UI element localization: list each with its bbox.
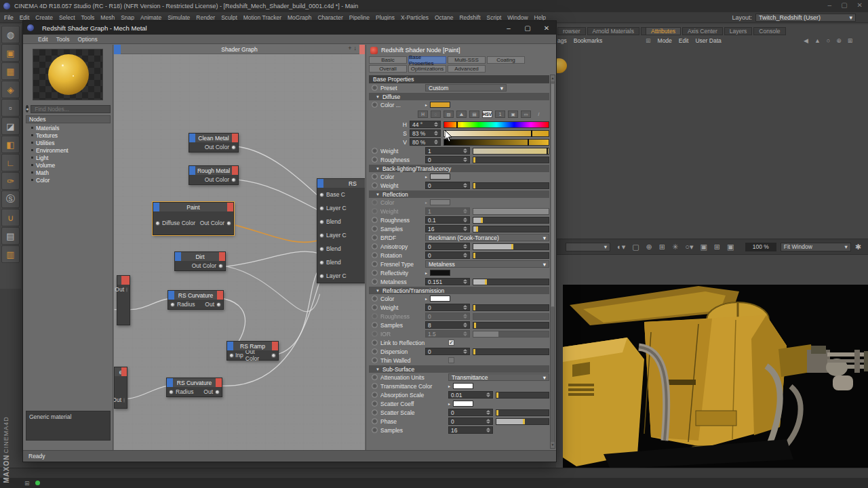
shader-menu-item[interactable]: Tools: [56, 36, 70, 43]
diffuse-roughness-value[interactable]: 0: [425, 156, 470, 163]
node-rs-curvature-1[interactable]: RS Curvature Radius Out: [167, 290, 224, 310]
backlight-weight-slider[interactable]: [473, 182, 549, 189]
magnet-icon[interactable]: ∪: [1, 209, 20, 226]
node-graph-canvas[interactable]: Shader Graph + ↓ Clean Metal Out Color R…: [114, 45, 365, 450]
node-category-item[interactable]: Textures: [26, 131, 111, 139]
grid-icon[interactable]: ⊞: [24, 480, 30, 487]
app-menu-item[interactable]: Render: [196, 14, 215, 21]
refraction-samples-value[interactable]: 8: [425, 321, 470, 329]
shader-window-titlebar[interactable]: Redshift Shader Graph - Mech Metal – ▢ ✕: [23, 21, 556, 35]
node-category-item[interactable]: Volume: [26, 161, 111, 169]
connection-dot[interactable]: [372, 174, 378, 180]
expand-icon[interactable]: ▸: [448, 384, 450, 388]
output-port[interactable]: [123, 398, 125, 403]
texture-mode-icon[interactable]: ▦: [1, 62, 20, 80]
browser-tab[interactable]: Arnold Materials: [587, 27, 639, 35]
phase-value[interactable]: 0: [448, 418, 493, 425]
connection-dot[interactable]: [372, 270, 378, 276]
tab-advanced[interactable]: Advanced: [448, 65, 486, 73]
node-partial-left-1[interactable]: Out: [117, 275, 130, 325]
anisotropy-slider[interactable]: [473, 243, 549, 250]
refraction-weight-value[interactable]: 0: [425, 304, 470, 311]
connection-dot[interactable]: [372, 357, 378, 363]
brightness-slider[interactable]: [443, 139, 549, 146]
compare-icon[interactable]: ▣: [700, 243, 707, 251]
scatter-scale-value[interactable]: 0: [448, 409, 493, 416]
section-diffuse[interactable]: ▼Diffuse: [369, 93, 549, 100]
app-menu-item[interactable]: Motion Tracker: [243, 14, 281, 21]
viewport-nav-icon[interactable]: ✑: [1, 172, 20, 190]
world-mode-icon[interactable]: ◍: [1, 26, 20, 43]
saturation-value[interactable]: 83 %: [410, 129, 441, 137]
wheel-icon[interactable]: ◌: [431, 110, 441, 118]
connection-dot[interactable]: [372, 304, 378, 310]
window-close-button[interactable]: ✕: [537, 24, 556, 32]
render-viewport[interactable]: [563, 285, 868, 472]
region-icon[interactable]: ○▾: [685, 243, 693, 251]
node-rs-ramp[interactable]: RS Ramp Inp Out Color: [226, 341, 279, 361]
connection-dot[interactable]: [372, 182, 378, 188]
expand-icon[interactable]: ⊞: [848, 37, 853, 44]
reflection-roughness-value[interactable]: 0.1: [425, 216, 470, 224]
node-category-item[interactable]: Materials: [26, 124, 111, 131]
connection-dot[interactable]: [372, 392, 378, 398]
reflection-roughness-slider[interactable]: [473, 217, 549, 224]
app-menu-item[interactable]: Window: [507, 14, 528, 21]
backlight-weight-value[interactable]: 0: [425, 182, 470, 189]
connection-dot[interactable]: [372, 243, 378, 249]
diffuse-weight-slider[interactable]: [473, 148, 549, 155]
backlight-color-swatch[interactable]: [430, 174, 450, 180]
absorption-scale-value[interactable]: 0.01: [448, 391, 493, 399]
properties-scrollbar[interactable]: ▲ ▼: [550, 75, 555, 449]
shader-menu-item[interactable]: Options: [78, 36, 98, 43]
find-nodes-input[interactable]: [31, 105, 111, 113]
connection-dot[interactable]: [372, 261, 378, 267]
node-category-item[interactable]: Environment: [26, 146, 111, 154]
input-port[interactable]: [319, 247, 324, 251]
render-settings-gear-icon[interactable]: ✱: [855, 243, 861, 251]
node-paint[interactable]: Paint Diffuse Color Out Color: [153, 202, 234, 235]
scroll-down-icon[interactable]: ▼: [551, 442, 555, 448]
up-icon[interactable]: ▲: [814, 37, 821, 44]
expand-icon[interactable]: ▸: [425, 174, 427, 179]
window-minimize-button[interactable]: –: [499, 24, 518, 32]
connection-dot[interactable]: [372, 383, 378, 389]
reflection-samples-value[interactable]: 16: [425, 225, 470, 232]
connection-dot[interactable]: [372, 252, 378, 258]
app-menu-item[interactable]: Pipeline: [349, 14, 370, 21]
connection-dot[interactable]: [372, 148, 378, 154]
grid-icon[interactable]: ⊞: [646, 37, 651, 44]
screen-icon[interactable]: ▭: [521, 110, 531, 118]
hue-value[interactable]: 44 °: [410, 121, 441, 128]
output-port[interactable]: [218, 264, 223, 268]
lock-icon[interactable]: ⊕: [836, 37, 842, 44]
scatter-scale-slider[interactable]: [496, 409, 549, 416]
output-port[interactable]: [226, 221, 231, 226]
input-port[interactable]: [319, 206, 324, 211]
node-rs-material[interactable]: RS Base C Layer C: [317, 178, 365, 283]
scroll-up-icon[interactable]: ▲: [551, 75, 555, 81]
app-maximize-button[interactable]: ▢: [841, 1, 847, 9]
move-panel-icon[interactable]: +: [348, 45, 351, 52]
node-rs-curvature-2[interactable]: RS Curvature Radius Out: [166, 378, 222, 397]
graph-header[interactable]: Shader Graph + ↓: [114, 45, 365, 54]
search-icon[interactable]: ○: [827, 37, 830, 44]
connection-dot[interactable]: [372, 85, 378, 91]
eyedropper-icon[interactable]: /: [534, 110, 544, 118]
connection-dot[interactable]: [372, 217, 378, 223]
material-preview[interactable]: [33, 49, 103, 100]
lock-icon[interactable]: ⊕: [646, 243, 652, 251]
refraction-color-swatch[interactable]: [430, 296, 450, 302]
app-close-button[interactable]: ✕: [857, 1, 863, 9]
pin-panel-icon[interactable]: ↓: [354, 45, 357, 52]
levels-icon[interactable]: 1: [495, 110, 505, 118]
tags-tab[interactable]: Bookmarks: [574, 37, 603, 44]
diffuse-color-swatch[interactable]: [430, 102, 450, 108]
tab-overall[interactable]: Overall: [369, 65, 407, 73]
metalness-value[interactable]: 0.151: [425, 278, 470, 285]
output-port[interactable]: [271, 353, 276, 358]
input-port[interactable]: [229, 353, 234, 358]
mixer-icon[interactable]: ▤: [469, 110, 479, 118]
connection-dot[interactable]: [372, 427, 378, 433]
output-port[interactable]: [126, 287, 127, 292]
